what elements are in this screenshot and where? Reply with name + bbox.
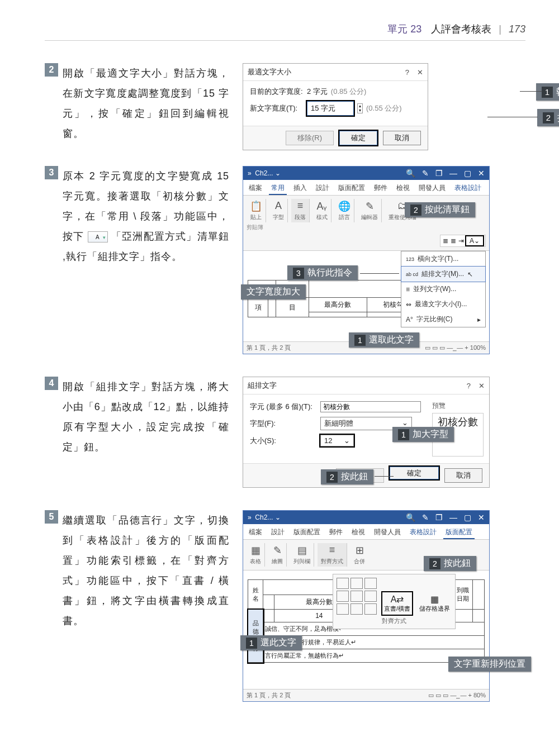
align-mr[interactable]: [364, 591, 377, 602]
callout-num: 1: [542, 87, 553, 98]
align-br[interactable]: [364, 603, 377, 615]
step-5: 5 繼續選取「品德言行」文字，切換到「表格設計」後方的「版面配置」功能索引標籤，…: [45, 510, 525, 702]
group-editor[interactable]: ✎編輯器: [358, 199, 382, 222]
pen-icon[interactable]: ✎: [422, 169, 429, 178]
page-number: 173: [509, 23, 525, 35]
callout-2: 2 按此鈕: [537, 109, 559, 126]
align-ml[interactable]: [337, 591, 349, 602]
tab-design[interactable]: 設計: [314, 182, 331, 195]
menu-fit[interactable]: ⇔最適文字大小(I)...: [401, 297, 485, 312]
spinner[interactable]: ▴▾: [357, 103, 363, 113]
cancel-button[interactable]: 取消: [444, 468, 482, 483]
group-draw[interactable]: ✎繪圖: [268, 543, 287, 567]
list-num-icon[interactable]: ≣: [451, 237, 456, 245]
cell-margin-button[interactable]: ▦ 儲存格邊界: [418, 592, 452, 615]
status-pages: 第 1 頁，共 2 頁: [247, 691, 291, 700]
doc-name: Ch2...: [255, 513, 273, 521]
group-rowcol[interactable]: ▤列與欄: [290, 543, 314, 567]
align-bl[interactable]: [337, 603, 349, 615]
tab-mail[interactable]: 郵件: [327, 526, 345, 539]
align-tc[interactable]: [350, 578, 363, 589]
tab-file[interactable]: 檔案: [247, 182, 264, 195]
tab-table-design[interactable]: 表格設計: [408, 526, 439, 539]
maximize-icon[interactable]: ▢: [464, 169, 471, 178]
cancel-button[interactable]: 取消: [383, 131, 421, 145]
menu-horizontal[interactable]: 123 橫向文字(T)...: [401, 251, 485, 267]
tab-table-layout[interactable]: 版面配置: [443, 526, 475, 539]
tab-file[interactable]: 檔案: [247, 526, 264, 539]
group-align[interactable]: ≡對齊方式: [318, 543, 347, 567]
chars-label: 字元 (最多 6 個)(T):: [250, 402, 317, 412]
tab-mail[interactable]: 郵件: [372, 182, 390, 195]
align-mc[interactable]: [350, 591, 363, 602]
maximize-icon[interactable]: ▢: [464, 513, 471, 522]
tab-layout[interactable]: 版面配置: [336, 182, 367, 195]
step-number: 2: [45, 63, 58, 77]
step-3: 3 原本 2 字元寬度的文字變寬成 15 字元寬。接著選取「初核分數」文字，在「…: [45, 166, 525, 354]
window-icon[interactable]: ❐: [435, 513, 443, 522]
new-width-input[interactable]: 15 字元: [307, 101, 354, 116]
status-zoom[interactable]: 100%: [470, 344, 486, 351]
tab-view[interactable]: 檢視: [394, 182, 412, 195]
group-style[interactable]: Aᵧ樣式: [313, 199, 331, 222]
tab-insert[interactable]: 插入: [291, 182, 309, 195]
cell-name: 姓名: [248, 580, 263, 610]
pen-icon[interactable]: ✎: [422, 513, 429, 522]
group-lang[interactable]: 🌐語言: [335, 199, 354, 222]
col-max: 最高分數: [309, 298, 367, 312]
ok-button[interactable]: 確定: [339, 131, 377, 145]
gallery-label: 對齊方式: [337, 617, 452, 625]
tab-view[interactable]: 檢視: [349, 526, 367, 539]
close-icon[interactable]: ✕: [478, 169, 485, 178]
callout-2: 2按此鈕: [424, 556, 476, 571]
minimize-icon[interactable]: —: [449, 169, 457, 178]
menu-scale[interactable]: A°字元比例(C)▸: [401, 312, 485, 327]
group-clipboard[interactable]: 📋貼上: [247, 199, 266, 222]
tab-home[interactable]: 常用: [269, 182, 287, 195]
new-width-label: 新文字寬度(T):: [250, 103, 304, 113]
search-icon[interactable]: 🔍: [406, 169, 415, 178]
tab-dev[interactable]: 開發人員: [416, 182, 448, 195]
tab-table-layout[interactable]: 版面: [488, 182, 489, 195]
callout-text: 執行此指令: [556, 85, 559, 98]
asian-layout-button[interactable]: A⌄: [466, 236, 483, 245]
list-bullet-icon[interactable]: ≣: [443, 237, 448, 245]
minimize-icon[interactable]: —: [449, 513, 457, 522]
close-icon[interactable]: ✕: [478, 513, 485, 522]
window-icon[interactable]: ❐: [435, 169, 443, 178]
unit-label: 單元 23: [387, 23, 421, 35]
tab-table-design[interactable]: 表格設計: [452, 182, 484, 195]
menu-combine[interactable]: ab cd 組排文字(M)... ↖: [401, 266, 486, 282]
remove-button[interactable]: 移除(R): [286, 131, 334, 145]
tab-layout[interactable]: 版面配置: [291, 526, 323, 539]
help-icon[interactable]: ?: [405, 68, 409, 77]
search-icon[interactable]: 🔍: [406, 513, 415, 522]
page-header: 單元 23 人評會考核表 | 173: [45, 22, 525, 41]
group-paragraph[interactable]: ≡段落: [291, 199, 310, 222]
align-tl[interactable]: [337, 578, 349, 589]
tab-dev[interactable]: 開發人員: [372, 526, 403, 539]
size-label: 大小(S):: [250, 436, 317, 446]
align-tr[interactable]: [364, 578, 377, 589]
text-direction-button[interactable]: A⇄ 直書/橫書: [382, 592, 412, 615]
menu-parallel[interactable]: ≡並列文字(W)...: [401, 282, 485, 297]
group-table[interactable]: ▦表格: [247, 543, 265, 567]
tab-design[interactable]: 設計: [269, 526, 287, 539]
indent-icon[interactable]: ⇥: [458, 237, 464, 245]
status-zoom[interactable]: 80%: [473, 692, 486, 698]
group-merge[interactable]: ⊞合併: [350, 543, 368, 567]
group-clipboard-label: 剪貼簿: [247, 222, 486, 231]
section-title: 人評會考核表: [431, 23, 491, 35]
close-icon[interactable]: ✕: [479, 382, 485, 390]
size-select[interactable]: 12⌄: [320, 435, 354, 446]
separator: |: [499, 23, 501, 35]
chars-input[interactable]: [320, 401, 421, 412]
help-icon[interactable]: ?: [467, 382, 471, 390]
word-window: » Ch2... ⌄ 🔍 ✎ ❐ — ▢ ✕ 檔案 常用 插入 設計 版: [243, 166, 490, 354]
cell-arrive: 到職日期: [453, 580, 473, 610]
group-font[interactable]: A字型: [269, 199, 288, 222]
align-bc[interactable]: [350, 603, 363, 615]
close-icon[interactable]: ✕: [417, 68, 423, 77]
callout-3: 文字重新排列位置: [448, 657, 531, 672]
ok-button[interactable]: 確定: [390, 467, 439, 479]
